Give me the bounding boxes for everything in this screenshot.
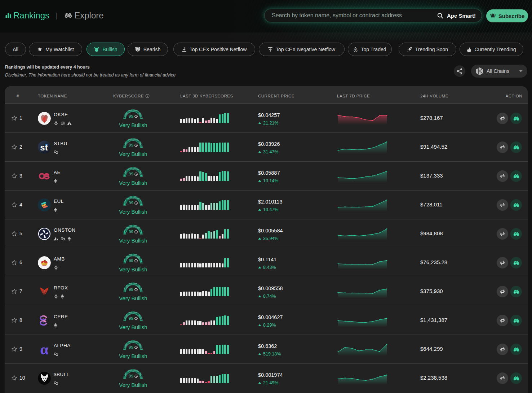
svg-text:st: st	[40, 143, 48, 152]
svg-text:α: α	[40, 343, 49, 356]
svg-text:$: $	[355, 49, 356, 51]
